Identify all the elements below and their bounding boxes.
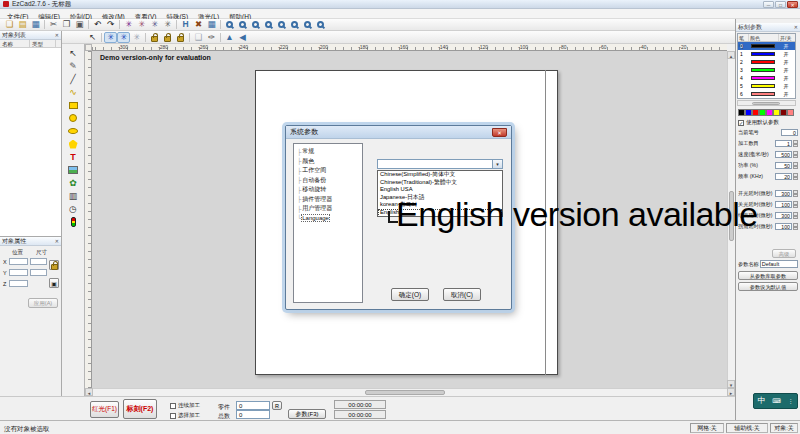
magnifier-6-icon[interactable] [288, 19, 301, 30]
dialog-title-bar[interactable]: 系统参数 [286, 126, 511, 139]
scroll-right-icon[interactable]: ▸ [727, 388, 735, 396]
select-tool-icon[interactable]: ↖ [65, 47, 82, 59]
mirror-vertical-icon[interactable]: ◀ [236, 32, 249, 43]
snap-guide-icon[interactable]: ✳ [117, 32, 130, 43]
pen-row-0[interactable]: 0开 [738, 42, 795, 50]
param-f3-button[interactable]: 参数(F3) [288, 409, 326, 419]
ime-lang-label[interactable]: 中 [757, 397, 765, 405]
pen-row-4[interactable]: 4开 [738, 74, 795, 82]
tree-item-language[interactable]: └Language [294, 214, 362, 224]
language-combobox[interactable]: ▾ [377, 159, 503, 169]
lock-x-icon[interactable] [148, 32, 161, 43]
line-tool-icon[interactable]: ╱ [65, 73, 82, 85]
ellipse-tool-icon[interactable] [65, 125, 82, 137]
language-option-chinese-simplified[interactable]: Chinese(Simplified)-简体中文 [378, 171, 502, 179]
polygon-tool-icon[interactable] [65, 138, 82, 150]
hatch-2-icon[interactable]: ✳ [135, 19, 148, 30]
ime-options-icon[interactable]: ⋮ [788, 398, 794, 404]
canvas-horizontal-scrollbar[interactable]: ◂ ▸ [85, 388, 735, 396]
pen-table-scrollbar[interactable] [737, 100, 796, 106]
column-type[interactable]: 类型 [30, 40, 56, 47]
param-panel-icon[interactable]: ▦ [205, 19, 218, 30]
aspect-lock-button[interactable] [49, 260, 59, 270]
mark-button[interactable]: 标刻(F2) [123, 399, 157, 419]
advanced-button[interactable]: 高级 [772, 249, 796, 258]
language-option-chinese-traditional[interactable]: Chinese(Traditional)-繁體中文 [378, 179, 502, 187]
close-icon[interactable]: ✕ [787, 1, 798, 8]
magnifier-3-icon[interactable] [249, 19, 262, 30]
horizontal-scroll-thumb[interactable] [365, 390, 445, 395]
dialog-close-icon[interactable]: ✕ [492, 128, 507, 137]
set-param-default-button[interactable]: 参数设为默认值 [738, 282, 798, 291]
y-size-field[interactable] [30, 269, 47, 276]
laser-on-delay-spinner[interactable] [793, 190, 798, 197]
use-default-checkbox[interactable]: ✓ [738, 120, 744, 126]
x-size-field[interactable] [30, 258, 47, 265]
paste-icon[interactable]: ▣ [73, 19, 86, 30]
total-count-input[interactable]: 0 [236, 410, 270, 419]
corner-delay-input[interactable]: 100 [775, 223, 792, 230]
node-edit-tool-icon[interactable]: ✎ [65, 60, 82, 72]
text-tool-icon[interactable]: T [65, 151, 82, 163]
process-count-spinner[interactable] [793, 140, 798, 147]
scroll-up-icon[interactable]: ▴ [727, 51, 735, 59]
rectangle-tool-icon[interactable] [65, 99, 82, 111]
speed-spinner[interactable] [793, 151, 798, 158]
frequency-input[interactable]: 20 [775, 173, 792, 180]
palette-swatch[interactable] [745, 109, 752, 116]
scroll-left-icon[interactable]: ◂ [85, 388, 93, 396]
select-cursor-icon[interactable]: ↖ [86, 32, 99, 43]
red-light-button[interactable]: 红光(F1) [90, 401, 119, 418]
tree-item-workspace[interactable]: ├工作空间 [294, 166, 362, 176]
end-delay-spinner[interactable] [793, 212, 798, 219]
power-spinner[interactable] [793, 162, 798, 169]
lock-y-icon[interactable] [161, 32, 174, 43]
maximize-icon[interactable]: □ [775, 1, 786, 8]
snap-grid-icon[interactable]: ✳ [104, 32, 117, 43]
palette-swatch[interactable] [780, 109, 787, 116]
language-option-english-usa[interactable]: English USA [378, 186, 502, 194]
z-position-field[interactable] [9, 280, 28, 287]
keyboard-icon[interactable]: ⌨ [772, 398, 781, 404]
pen-scroll-thumb[interactable] [752, 102, 780, 105]
circle-tool-icon[interactable] [65, 112, 82, 124]
pen-row-3[interactable]: 3开 [738, 66, 795, 74]
pen-row-5[interactable]: 5开 [738, 82, 795, 90]
mark-params-close-icon[interactable]: ✕ [794, 24, 798, 30]
tree-item-color[interactable]: ├颜色 [294, 157, 362, 167]
x-position-field[interactable] [9, 258, 28, 265]
select-mark-checkbox[interactable] [170, 413, 176, 419]
pen-row-6[interactable]: 6开 [738, 90, 795, 98]
pen-row-2[interactable]: 2开 [738, 58, 795, 66]
delay-tool-icon[interactable]: ◷ [65, 203, 82, 215]
palette-swatch[interactable] [773, 109, 780, 116]
object-property-close-icon[interactable]: ✕ [55, 238, 59, 244]
laser-on-delay-input[interactable]: 300 [775, 190, 792, 197]
magnifier-8-icon[interactable] [314, 19, 327, 30]
snap-object-icon[interactable]: ✳ [130, 32, 143, 43]
undo-icon[interactable]: ↶ [91, 19, 104, 30]
cancel-button[interactable]: 取消(C) [443, 288, 481, 301]
open-icon[interactable]: ▤ [16, 19, 29, 30]
palette-swatch[interactable] [738, 109, 745, 116]
corner-delay-spinner[interactable] [793, 223, 798, 230]
speed-input[interactable]: 500 [775, 151, 792, 158]
array-button[interactable]: ▣ [49, 278, 59, 288]
barcode-tool-icon[interactable]: ▥ [65, 190, 82, 202]
tree-item-user-manager[interactable]: ├用户管理器 [294, 204, 362, 214]
ok-button[interactable]: 确定(O) [391, 288, 429, 301]
y-position-field[interactable] [9, 269, 28, 276]
new-icon[interactable]: ❏ [3, 19, 16, 30]
tree-item-general[interactable]: ├常规 [294, 147, 362, 157]
laser-off-delay-spinner[interactable] [793, 201, 798, 208]
end-delay-input[interactable]: 300 [775, 212, 792, 219]
pen-row-1[interactable]: 1开 [738, 50, 795, 58]
palette-swatch[interactable] [752, 109, 759, 116]
redo-icon[interactable]: ↷ [104, 19, 117, 30]
object-list-close-icon[interactable]: ✕ [55, 32, 59, 38]
system-settings-icon[interactable]: ✖ [192, 19, 205, 30]
part-count-input[interactable]: 0 [236, 401, 270, 410]
continuous-checkbox[interactable] [170, 403, 176, 409]
guide-toggle[interactable]: 辅助线:关 [726, 423, 768, 433]
pick-object-icon[interactable]: ❑ [192, 32, 205, 43]
